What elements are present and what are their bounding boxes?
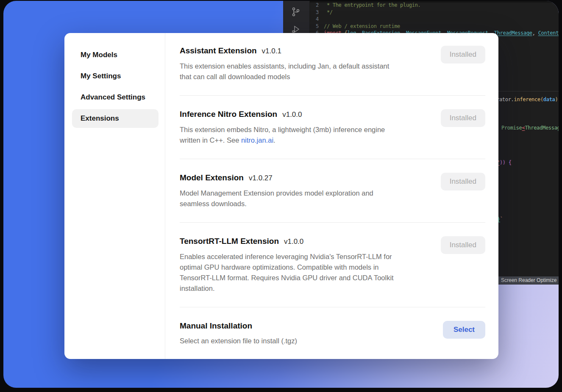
installed-button[interactable]: Installed [441,236,485,254]
code-line: 4 [309,16,559,23]
extension-version: v1.0.0 [282,109,302,121]
description-line: seamless downloads. [180,199,373,209]
manual-installation-description: Select an extension file to install (.tg… [180,336,297,346]
settings-modal: My Models My Settings Advanced Settings … [64,33,498,359]
extension-row-assistant: Assistant Extension v1.0.1 This extensio… [180,35,485,96]
description-line: optimal GPU hardware optimizations. Comp… [180,262,394,273]
description-line: that can call all downloaded models [180,72,389,82]
extension-name: Inference Nitro Extension [180,108,277,120]
settings-sidebar: My Models My Settings Advanced Settings … [64,33,165,359]
code-fragment: ")) { [497,159,512,166]
status-bar-screen-reader[interactable]: Screen Reader Optimize [497,276,559,284]
code-fragment: Promise<ThreadMessage> [501,124,559,132]
extension-name: Model Extension [180,172,244,184]
code-line: 3 */ [309,9,559,16]
extension-description: This extension embeds Nitro, a lightweig… [180,124,385,146]
extensions-panel: Assistant Extension v1.0.1 This extensio… [165,33,498,359]
sidebar-item-extensions[interactable]: Extensions [72,109,159,128]
nitro-jan-ai-link[interactable]: nitro.jan.ai [241,136,273,144]
select-file-button[interactable]: Select [443,321,485,339]
extension-description: This extension enables assistants, inclu… [180,61,389,82]
sidebar-item-my-settings[interactable]: My Settings [72,67,159,86]
description-line: written in C++. See nitro.jan.ai. [180,135,385,146]
extension-row-tensorrt: TensortRT-LLM Extension v1.0.0 Enables a… [180,223,485,307]
extension-version: v1.0.0 [284,236,303,248]
extension-description: Model Management Extension provides mode… [180,188,373,209]
code-line: 5// Web / extension runtime [309,23,559,30]
extension-row-nitro: Inference Nitro Extension v1.0.0 This ex… [180,96,485,159]
description-line: Model Management Extension provides mode… [180,188,373,199]
description-line: This extension embeds Nitro, a lightweig… [180,124,385,135]
sidebar-item-advanced-settings[interactable]: Advanced Settings [72,88,159,107]
description-line: Select an extension file to install (.tg… [180,336,297,346]
extension-description: Enables accelerated inference leveraging… [180,251,394,294]
sidebar-item-my-models[interactable]: My Models [72,46,159,64]
manual-installation-title: Manual Installation [180,320,252,332]
description-line: Enables accelerated inference leveraging… [180,251,394,262]
description-line: TensorRT-LLM format. Requires Nvidia GPU… [180,273,394,283]
description-line: This extension enables assistants, inclu… [180,61,389,72]
installed-button[interactable]: Installed [441,109,485,127]
extension-name: TensortRT-LLM Extension [180,235,279,247]
manual-installation-row: Manual Installation Select an extension … [180,307,485,359]
extension-version: v1.0.27 [249,172,273,184]
code-fragment: rator.inference(data)); [496,96,559,103]
extension-row-model: Model Extension v1.0.27 Model Management… [180,159,485,223]
extension-name: Assistant Extension [180,45,257,57]
code-line: 2 * The entrypoint for the plugin. [309,2,559,9]
editor-split-border [491,91,559,91]
installed-button[interactable]: Installed [441,46,485,63]
extension-version: v1.0.1 [262,45,281,57]
code-lines: 2 * The entrypoint for the plugin.3 */45… [309,2,559,37]
installed-button[interactable]: Installed [441,173,485,190]
description-line: installation. [180,283,394,294]
app-window: 2 * The entrypoint for the plugin.3 */45… [3,1,559,388]
source-control-icon[interactable] [291,7,301,19]
